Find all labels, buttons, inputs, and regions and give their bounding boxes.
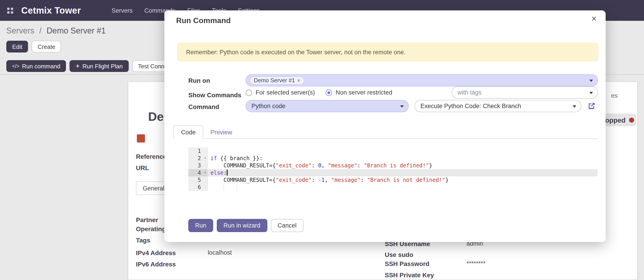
run-command-label: Run command: [22, 63, 60, 69]
modal-footer: Run Run in wizard Cancel: [188, 219, 303, 232]
command-select[interactable]: Execute Python Code: Check Branch: [414, 100, 581, 112]
clipped-tab-fragment: es: [611, 92, 618, 99]
run-on-label: Run on: [188, 77, 210, 84]
breadcrumb: Servers / Demo Server #1: [6, 26, 106, 36]
server-color-swatch[interactable]: [137, 134, 145, 143]
code-line[interactable]: else:: [208, 169, 598, 176]
external-link-icon[interactable]: [587, 102, 596, 110]
chevron-down-icon: [400, 105, 404, 107]
editor-gutter: 12▾34▾56: [188, 148, 208, 191]
modal-title: Run Command: [176, 16, 231, 25]
gutter-line-number: 4▾: [188, 169, 207, 176]
command-value: Execute Python Code: Check Branch: [415, 103, 521, 109]
with-tags-select[interactable]: with tags: [452, 86, 598, 99]
url-label: URL: [136, 164, 149, 172]
with-tags-placeholder: with tags: [452, 89, 482, 96]
chevron-down-icon: [573, 105, 576, 107]
apps-grid-icon[interactable]: [7, 8, 13, 13]
command-type-select[interactable]: Python code: [246, 100, 409, 112]
chevron-down-icon: [589, 79, 593, 82]
editor-code[interactable]: if {{ branch }}: COMMAND_RESULT={"exit_c…: [208, 148, 598, 191]
code-line[interactable]: [208, 148, 598, 155]
code-icon: </>: [12, 63, 20, 69]
ipv6-label: IPv6 Address: [136, 260, 176, 268]
use-sudo-label: Use sudo: [385, 251, 413, 258]
server-actions-row: </> Run command ✈ Run Flight Plan Test C…: [6, 60, 186, 72]
chevron-down-icon: [589, 92, 593, 94]
ssh-private-key-label: SSH Private Key: [385, 271, 434, 279]
command-label: Command: [188, 103, 219, 110]
radio-non-server-restricted[interactable]: [326, 89, 332, 96]
radio-for-selected-servers-label[interactable]: For selected server(s): [256, 89, 315, 96]
breadcrumb-servers-link[interactable]: Servers: [6, 26, 34, 35]
show-commands-label: Show Commands: [188, 91, 242, 99]
run-on-select[interactable]: Demo Server #1 ×: [246, 74, 598, 86]
remove-tag-icon[interactable]: ×: [297, 77, 300, 83]
radio-non-server-restricted-label[interactable]: Non server restricted: [336, 89, 392, 96]
radio-for-selected-servers[interactable]: [246, 89, 252, 96]
tab-preview[interactable]: Preview: [203, 125, 239, 139]
run-flight-plan-button[interactable]: ✈ Run Flight Plan: [70, 60, 128, 72]
close-icon[interactable]: ×: [592, 14, 596, 23]
fold-caret-icon[interactable]: ▾: [204, 169, 206, 176]
flight-plan-icon: ✈: [76, 63, 80, 69]
run-command-modal: Run Command × Remember: Python code is e…: [164, 11, 606, 242]
screen: Cetmix Tower Servers Commands Files Tool…: [0, 0, 644, 280]
command-type-value: Python code: [246, 103, 286, 109]
breadcrumb-separator: /: [39, 26, 42, 35]
run-command-button[interactable]: </> Run command: [6, 60, 66, 72]
gutter-line-number: 6: [188, 184, 207, 191]
server-tag-chip[interactable]: Demo Server #1 ×: [250, 76, 304, 84]
create-button[interactable]: Create: [32, 41, 61, 53]
breadcrumb-current: Demo Server #1: [46, 26, 106, 35]
gutter-line-number: 2▾: [188, 155, 207, 162]
code-line[interactable]: COMMAND_RESULT={"exit_code": 0, "message…: [208, 162, 598, 169]
code-line[interactable]: COMMAND_RESULT={"exit_code": -1, "messag…: [208, 176, 598, 184]
code-line[interactable]: [208, 184, 598, 191]
reference-label: Reference: [136, 153, 166, 160]
ssh-password-value: ********: [466, 260, 486, 267]
ipv4-label: IPv4 Address: [136, 249, 176, 256]
tags-label: Tags: [136, 237, 150, 244]
show-commands-radios: For selected server(s) Non server restri…: [246, 86, 392, 99]
code-editor[interactable]: 12▾34▾56 if {{ branch }}: COMMAND_RESULT…: [188, 148, 598, 191]
menu-item-servers[interactable]: Servers: [112, 7, 132, 14]
cancel-button[interactable]: Cancel: [271, 219, 303, 232]
status-dot-icon: [629, 117, 634, 122]
ipv4-value: localhost: [208, 249, 232, 256]
indent-guide: [224, 184, 224, 191]
app-brand[interactable]: Cetmix Tower: [21, 5, 81, 16]
run-in-wizard-button[interactable]: Run in wizard: [217, 219, 267, 232]
ssh-password-label: SSH Password: [385, 260, 430, 267]
gutter-line-number: 1: [188, 148, 207, 155]
tab-code[interactable]: Code: [174, 125, 204, 139]
edit-create-row: Edit Create: [6, 41, 61, 53]
run-button[interactable]: Run: [188, 219, 213, 232]
code-line[interactable]: if {{ branch }}:: [208, 155, 598, 162]
text-cursor: [227, 170, 228, 176]
server-tag-label: Demo Server #1: [254, 77, 295, 83]
gutter-line-number: 5: [188, 176, 207, 184]
gutter-line-number: 3: [188, 162, 207, 169]
run-flight-plan-label: Run Flight Plan: [82, 63, 122, 69]
edit-button[interactable]: Edit: [6, 41, 28, 53]
warning-alert: Remember: Python code is executed on the…: [177, 43, 598, 62]
fold-caret-icon[interactable]: ▾: [204, 155, 206, 162]
indent-guide: [237, 184, 237, 191]
partner-label: Partner: [136, 216, 158, 223]
